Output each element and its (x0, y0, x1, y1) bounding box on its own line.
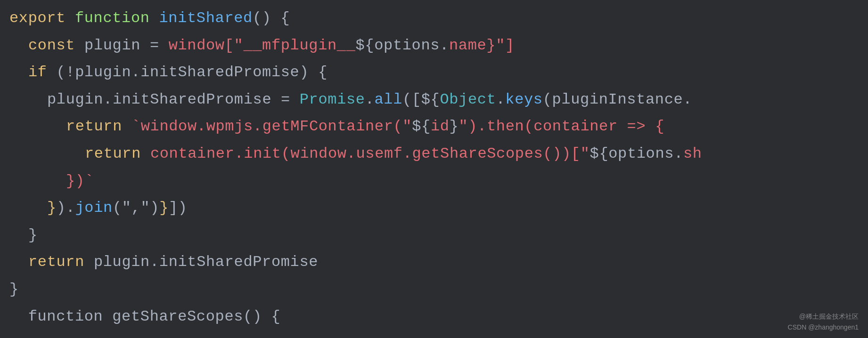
code-line: } (0, 222, 868, 249)
watermark: @稀土掘金技术社区 CSDN @zhanghongen1 (788, 311, 859, 332)
code-line: } (0, 276, 868, 303)
code-line: function getShareScopes() { (0, 303, 868, 330)
code-content: export function initShared() {const plug… (0, 5, 868, 330)
watermark-line1: @稀土掘金技术社区 (788, 311, 859, 322)
code-editor: export function initShared() {const plug… (0, 0, 868, 338)
code-line: const plugin = window["__mfplugin__${opt… (0, 32, 868, 59)
code-line: if (!plugin.initSharedPromise) { (0, 59, 868, 86)
code-line: return `window.wpmjs.getMFContainer("${i… (0, 113, 868, 140)
code-line: }).join(",")}]) (0, 194, 868, 222)
watermark-line2: CSDN @zhanghongen1 (788, 322, 859, 332)
code-line: })` (0, 168, 868, 195)
code-line: return container.init(window.usemf.getSh… (0, 140, 868, 168)
code-line: return plugin.initSharedPromise (0, 249, 868, 276)
code-line: plugin.initSharedPromise = Promise.all([… (0, 86, 868, 113)
code-line: export function initShared() { (0, 5, 868, 32)
